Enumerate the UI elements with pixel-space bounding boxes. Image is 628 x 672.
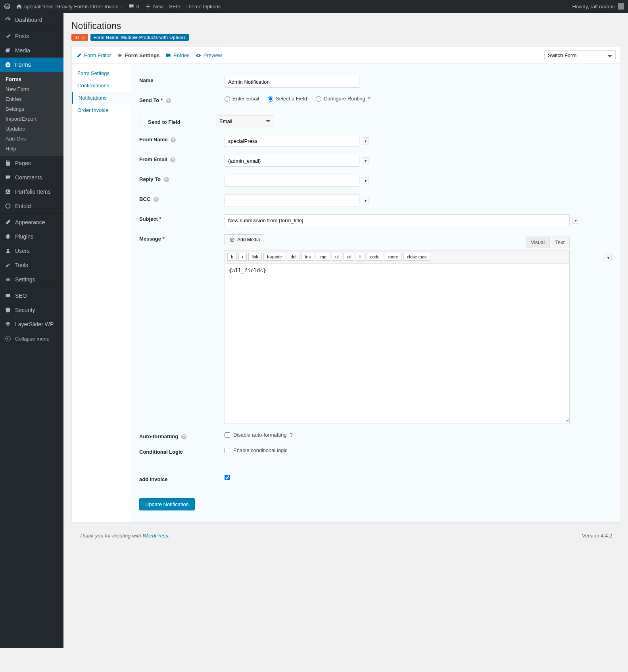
comments-link[interactable]: 0 — [128, 3, 139, 10]
menu-users[interactable]: Users — [0, 244, 63, 258]
quicktag-link[interactable]: link — [248, 253, 262, 261]
help-icon[interactable]: ? — [164, 177, 169, 182]
seo-link[interactable]: SEO — [169, 4, 180, 10]
switch-form-select[interactable]: Switch Form — [544, 50, 616, 60]
add-media-button[interactable]: Add Media — [225, 234, 264, 245]
admin-menu: Dashboard Posts Media Forms FormsNew For… — [0, 13, 63, 648]
send-to-option[interactable]: Configure Routing? — [316, 96, 371, 102]
pin-icon — [4, 32, 12, 40]
quicktag-i[interactable]: i — [238, 253, 246, 261]
add-invoice-checkbox[interactable] — [225, 475, 230, 480]
menu-posts[interactable]: Posts — [0, 29, 63, 43]
quicktag-img[interactable]: img — [316, 253, 330, 261]
help-icon[interactable]: ? — [181, 434, 186, 439]
howdy-link[interactable]: Howdy, ralf.naranili — [572, 3, 624, 10]
side-tab[interactable]: Confirmations — [72, 79, 131, 92]
forms-submenu-item[interactable]: Import/Export — [0, 114, 63, 124]
from-name-input[interactable] — [225, 135, 359, 147]
forms-submenu-item[interactable]: Forms — [0, 74, 63, 84]
media-icon — [229, 237, 235, 243]
help-icon[interactable]: ? — [154, 197, 159, 202]
side-tab[interactable]: Notifications — [72, 92, 131, 104]
quicktag-ol[interactable]: ol — [344, 253, 354, 261]
help-icon[interactable]: ? — [170, 157, 175, 162]
send-to-radio[interactable] — [316, 96, 321, 102]
conditional-logic-checkbox[interactable] — [225, 448, 230, 453]
tab-preview[interactable]: Preview — [195, 52, 222, 59]
merge-tag-button[interactable]: ▾ — [605, 254, 612, 261]
bcc-input[interactable] — [225, 194, 359, 206]
plus-icon — [145, 3, 151, 10]
help-icon[interactable]: ? — [166, 98, 171, 103]
menu-tools[interactable]: Tools — [0, 258, 63, 272]
side-tab[interactable]: Order Invoice — [72, 104, 131, 116]
new-link[interactable]: New — [145, 3, 163, 10]
send-to-radio[interactable] — [268, 96, 273, 102]
send-to-radio[interactable] — [225, 96, 230, 102]
quicktag-b[interactable]: b — [227, 253, 237, 261]
merge-tag-button[interactable]: ▾ — [362, 137, 369, 144]
forms-submenu-item[interactable]: Settings — [0, 104, 63, 114]
forms-submenu-item[interactable]: Add-Ons — [0, 134, 63, 144]
forms-submenu-item[interactable]: Help — [0, 144, 63, 154]
editor-tab-visual[interactable]: Visual — [526, 237, 550, 248]
quicktag-ins[interactable]: ins — [302, 253, 314, 261]
menu-forms[interactable]: Forms — [0, 58, 63, 72]
menu-settings[interactable]: Settings — [0, 272, 63, 287]
send-to-option[interactable]: Enter Email — [225, 96, 259, 102]
send-to-option[interactable]: Select a Field — [268, 96, 307, 102]
quicktag-li[interactable]: li — [356, 253, 365, 261]
quicktag-ul[interactable]: ul — [332, 253, 342, 261]
message-textarea[interactable]: {all_fields} — [225, 264, 569, 422]
wp-logo[interactable] — [4, 3, 10, 10]
menu-appearance[interactable]: Appearance — [0, 215, 63, 229]
forms-submenu-item[interactable]: Updates — [0, 124, 63, 134]
menu-portfolio[interactable]: Portfolio Items — [0, 185, 63, 199]
merge-tag-button[interactable]: ▾ — [362, 177, 369, 184]
quicktag-close-tags[interactable]: close tags — [403, 253, 430, 261]
quicktag-del[interactable]: del — [287, 253, 300, 261]
name-input[interactable] — [225, 76, 359, 88]
menu-comments[interactable]: Comments — [0, 170, 63, 185]
disable-autoformat-checkbox[interactable] — [225, 432, 230, 438]
wordpress-link[interactable]: WordPress — [143, 533, 168, 539]
merge-tag-button[interactable]: ▾ — [362, 157, 369, 164]
menu-plugins[interactable]: Plugins — [0, 229, 63, 244]
quicktag-code[interactable]: code — [367, 253, 383, 261]
help-icon[interactable]: ? — [368, 96, 371, 102]
tab-entries[interactable]: Entries — [165, 52, 189, 59]
collapse-menu[interactable]: Collapse menu — [0, 331, 63, 346]
from-email-input[interactable] — [225, 155, 359, 167]
subject-input[interactable] — [225, 214, 570, 226]
forms-submenu-item[interactable]: Entries — [0, 94, 63, 104]
menu-seo[interactable]: SEO — [0, 289, 63, 303]
menu-security[interactable]: Security — [0, 303, 63, 317]
side-tab[interactable]: Form Settings — [72, 67, 131, 79]
quicktag-b-quote[interactable]: b-quote — [263, 253, 285, 261]
theme-options-link[interactable]: Theme Options — [186, 4, 221, 10]
merge-tag-button[interactable]: ▾ — [572, 217, 579, 224]
reply-to-input[interactable] — [225, 175, 359, 187]
menu-pages[interactable]: Pages — [0, 156, 63, 170]
help-icon[interactable]: ? — [290, 432, 292, 438]
menu-media[interactable]: Media — [0, 43, 63, 58]
menu-enfold[interactable]: Enfold — [0, 199, 63, 213]
forms-submenu-item[interactable]: New Form — [0, 84, 63, 94]
svg-point-3 — [7, 191, 8, 192]
forms-icon — [4, 61, 12, 69]
help-icon[interactable]: ? — [171, 137, 176, 142]
update-notification-button[interactable]: Update Notification — [139, 498, 195, 510]
merge-tag-button[interactable]: ▾ — [362, 197, 369, 204]
menu-dashboard[interactable]: Dashboard — [0, 13, 63, 27]
forms-submenu: FormsNew FormEntriesSettingsImport/Expor… — [0, 72, 63, 156]
site-link[interactable]: specialPress :Gravity Forms Order Invoic… — [16, 3, 123, 10]
send-to-field-select[interactable]: Email — [217, 115, 274, 127]
label-from-name: From Name ? — [139, 135, 225, 142]
pages-icon — [4, 159, 12, 167]
tab-form-editor[interactable]: Form Editor — [76, 52, 111, 59]
brush-icon — [4, 218, 12, 226]
editor-tab-text[interactable]: Text — [550, 237, 570, 248]
tab-form-settings[interactable]: Form Settings — [117, 52, 159, 59]
menu-layerslider[interactable]: LayerSlider WP — [0, 317, 63, 331]
quicktag-more[interactable]: more — [385, 253, 402, 261]
